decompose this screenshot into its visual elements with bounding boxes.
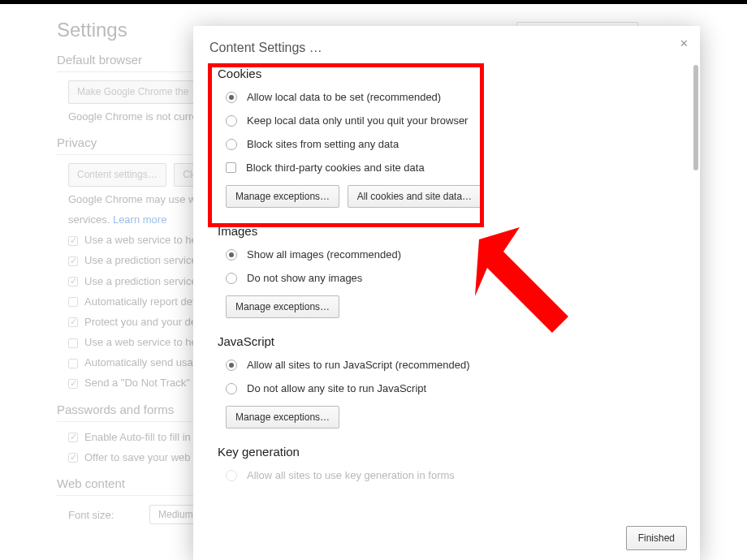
font-size-label: Font size: <box>68 509 141 521</box>
images-manage-exceptions-button[interactable]: Manage exceptions… <box>226 295 339 318</box>
dialog-title: Content Settings … <box>193 26 700 63</box>
javascript-heading: JavaScript <box>218 334 676 348</box>
radio-icon <box>226 139 237 150</box>
keygen-heading: Key generation <box>218 445 676 459</box>
checkbox-icon <box>68 433 78 442</box>
radio-icon <box>226 115 237 127</box>
keygen-opt-allow[interactable]: Allow all sites to use key generation in… <box>226 469 676 481</box>
radio-icon <box>226 92 237 103</box>
images-opt-show-all[interactable]: Show all images (recommended) <box>226 248 676 261</box>
all-cookies-and-site-data-button[interactable]: All cookies and site data… <box>348 185 481 208</box>
checkbox-icon <box>226 162 236 173</box>
images-opt-do-not-show[interactable]: Do not show any images <box>226 272 676 284</box>
checkbox-icon <box>68 277 78 286</box>
cookies-opt-keep-until-quit[interactable]: Keep local data only until you quit your… <box>226 114 676 127</box>
checkbox-icon <box>68 256 78 266</box>
checkbox-icon <box>68 453 78 463</box>
cookies-opt-block-all[interactable]: Block sites from setting any data <box>226 138 676 150</box>
privacy-desc-1: Google Chrome may use we <box>68 193 202 205</box>
radio-icon <box>226 360 237 371</box>
finished-button[interactable]: Finished <box>626 526 687 550</box>
checkbox-icon <box>68 317 78 327</box>
checkbox-icon <box>68 379 78 389</box>
radio-icon <box>226 273 237 284</box>
radio-icon <box>226 383 237 394</box>
javascript-opt-block-all[interactable]: Do not allow any site to run JavaScript <box>226 382 676 394</box>
javascript-section: JavaScript Allow all sites to run JavaSc… <box>218 334 676 429</box>
radio-icon <box>226 249 237 261</box>
checkbox-icon <box>68 359 78 368</box>
learn-more-link[interactable]: Learn more <box>113 213 166 226</box>
cookies-opt-allow-local[interactable]: Allow local data to be set (recommended) <box>226 91 676 103</box>
cookies-manage-exceptions-button[interactable]: Manage exceptions… <box>226 185 339 208</box>
javascript-opt-allow-all[interactable]: Allow all sites to run JavaScript (recom… <box>226 359 676 371</box>
cookies-heading: Cookies <box>218 67 676 80</box>
checkbox-icon <box>68 236 78 246</box>
content-settings-button[interactable]: Content settings… <box>68 163 166 187</box>
make-default-browser-button[interactable]: Make Google Chrome the <box>68 80 197 104</box>
javascript-manage-exceptions-button[interactable]: Manage exceptions… <box>226 406 339 429</box>
images-section: Images Show all images (recommended) Do … <box>218 224 676 318</box>
privacy-desc-2: services. <box>68 213 113 226</box>
scrollbar[interactable] <box>693 65 698 170</box>
close-icon[interactable]: ✕ <box>680 37 689 50</box>
radio-icon <box>226 470 237 481</box>
cookies-block-third-party-checkbox[interactable]: Block third-party cookies and site data <box>226 162 676 174</box>
dialog-footer: Finished <box>193 516 700 560</box>
images-heading: Images <box>218 224 676 238</box>
checkbox-icon <box>68 297 78 307</box>
keygen-section: Key generation Allow all sites to use ke… <box>218 445 676 481</box>
content-settings-dialog: Content Settings … ✕ Cookies Allow local… <box>193 26 700 560</box>
checkbox-icon <box>68 338 78 348</box>
cookies-section: Cookies Allow local data to be set (reco… <box>218 67 676 208</box>
